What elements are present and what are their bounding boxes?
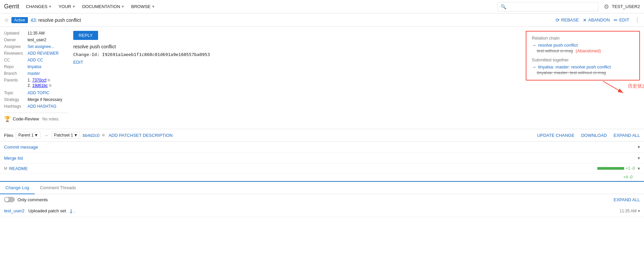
- add-topic-button[interactable]: ADD TOPIC: [28, 91, 49, 95]
- add-hashtag-button[interactable]: ADD HASHTAG: [28, 104, 56, 109]
- tab-comment-threads[interactable]: Comment Threads: [35, 182, 81, 194]
- chevron-down-icon: ▼: [121, 5, 125, 8]
- nav-item-your[interactable]: YOUR ▼: [56, 0, 78, 13]
- nav-item-documentation[interactable]: DOCUMENTATION ▼: [80, 0, 127, 13]
- add-reviewer-button[interactable]: ADD REVIEWER: [28, 51, 59, 56]
- code-review-section: 🏆 Code-Review No votes.: [4, 113, 68, 122]
- toggle-thumb: [5, 198, 9, 202]
- more-options-button[interactable]: ⋮: [635, 17, 640, 23]
- sidebar: Updated 11:35 AM Owner test_user2 Assign…: [4, 31, 68, 122]
- star-icon[interactable]: ☆: [4, 17, 9, 23]
- gear-icon[interactable]: ⚙: [604, 3, 609, 10]
- nav-item-changes[interactable]: CHANGES ▼: [23, 0, 54, 13]
- update-change-button[interactable]: UPDATE CHANGE: [537, 133, 574, 138]
- change-number-link[interactable]: 43: [31, 17, 36, 23]
- submitted-item-1: → tinyalsa: master: resolve push conflic…: [532, 64, 634, 69]
- copy-icon[interactable]: ⧉: [49, 84, 51, 88]
- meta-topic: Topic ADD TOPIC: [4, 91, 68, 95]
- patchset-select[interactable]: Patchset 1 ▼: [52, 132, 80, 139]
- relation-item-1: → resolve push conflict: [532, 43, 634, 48]
- annotation-arrow-svg: [600, 78, 627, 95]
- commit-hash-link[interactable]: bb4d2c0: [83, 133, 99, 138]
- commit-message-text: resolve push conflict: [73, 44, 514, 49]
- reply-button[interactable]: REPLY: [73, 31, 98, 40]
- log-action-text: Uploaded patch set: [28, 208, 66, 213]
- chevron-down-icon: ▼: [74, 133, 78, 138]
- add-cc-button[interactable]: ADD CC: [28, 58, 43, 62]
- relation-link-1[interactable]: resolve push conflict: [538, 43, 578, 48]
- meta-branch: Branch master: [4, 71, 68, 76]
- commit-message-link[interactable]: Commit message: [4, 145, 38, 150]
- app-logo: Gerrit: [4, 3, 19, 10]
- parent-1: 1. 7370ccf ⧉: [28, 78, 51, 83]
- total-diff-row: +4 -0: [0, 173, 644, 181]
- files-section: Files Parent 1 ▼ → Patchset 1 ▼ bb4d2c0 …: [0, 129, 644, 181]
- nav-item-browse[interactable]: BROWSE ▼: [128, 0, 158, 13]
- bottom-tabs: Change Log Comment Threads: [0, 182, 644, 194]
- parent-2-link[interactable]: 19d61bc: [32, 83, 48, 88]
- chevron-down-icon: ▼: [72, 5, 76, 8]
- log-user[interactable]: test_user2: [4, 208, 25, 213]
- parent-select[interactable]: Parent 1 ▼: [16, 132, 40, 139]
- merge-list-row[interactable]: Merge list ▾: [0, 153, 644, 164]
- download-button[interactable]: DOWNLOAD: [581, 133, 607, 138]
- chevron-down-icon: ▾: [638, 155, 640, 161]
- repo-link[interactable]: tinyalsa: [28, 64, 41, 69]
- log-entry-0: test_user2 Uploaded patch set 1 . 11:35 …: [0, 205, 644, 217]
- toggle-track[interactable]: [4, 197, 15, 202]
- relation-chain-box: Relation chain → resolve push conflict t…: [526, 31, 640, 81]
- copy-hash-icon[interactable]: ⧉: [102, 133, 104, 137]
- chevron-down-icon: ▼: [34, 133, 38, 138]
- file-diff-bar: +1 -0: [597, 166, 635, 171]
- chevron-down-icon: ▾: [638, 144, 640, 150]
- expand-all-button[interactable]: EXPAND ALL: [613, 133, 640, 138]
- chevron-down-icon[interactable]: ▾: [638, 166, 640, 171]
- relation-item-2: test without ci-msg (Abandoned): [532, 48, 634, 53]
- file-type-badge: M: [4, 166, 7, 170]
- user-section: ⚙ TEST_USER2: [604, 3, 640, 10]
- meta-assignee: Assignee Set assignee...: [4, 44, 68, 49]
- add-patchset-description-button[interactable]: ADD PATCHSET DESCRIPTION: [109, 133, 173, 138]
- diff-added-count: +1 -0: [626, 166, 635, 171]
- parent-2: 2. 19d61bc ⧉: [28, 83, 51, 88]
- meta-updated: Updated 11:35 AM: [4, 31, 68, 36]
- action-buttons: ⟳ REBASE ✕ ABANDON ✏ EDIT ⋮: [556, 17, 640, 23]
- edit-link[interactable]: EDIT: [73, 60, 83, 65]
- only-comments-toggle[interactable]: Only comments: [4, 197, 48, 202]
- center-content: REPLY resolve push conflict Change-Id: I…: [73, 31, 514, 122]
- search-icon: 🔍: [501, 4, 506, 9]
- meta-owner: Owner test_user2: [4, 38, 68, 42]
- file-name-link[interactable]: README: [9, 166, 597, 171]
- bottom-tab-toolbar: Only comments EXPAND ALL: [0, 194, 644, 205]
- chevron-down-icon[interactable]: ▾: [638, 209, 640, 213]
- file-row-readme: M README +1 -0 ▾: [0, 164, 644, 173]
- breadcrumb: ☆ Active 43: resolve push conflict ⟳ REB…: [0, 13, 644, 27]
- tab-change-log[interactable]: Change Log: [0, 182, 35, 194]
- search-box[interactable]: 🔍: [498, 2, 598, 11]
- abandon-button[interactable]: ✕ ABANDON: [583, 17, 610, 23]
- search-input[interactable]: [508, 4, 595, 9]
- branch-link[interactable]: master: [28, 71, 40, 76]
- rebase-button[interactable]: ⟳ REBASE: [556, 17, 579, 23]
- patch-set-link[interactable]: 1: [70, 208, 72, 213]
- relation-chain-section: Relation chain → resolve push conflict t…: [532, 36, 634, 53]
- submitted-together-section: Submitted together → tinyalsa: master: r…: [532, 57, 634, 75]
- merge-list-link[interactable]: Merge list: [4, 156, 23, 161]
- historical-label: 历史状态: [628, 83, 644, 89]
- bottom-section: Change Log Comment Threads Only comments…: [0, 181, 644, 217]
- svg-line-1: [603, 81, 623, 93]
- code-review-header: 🏆 Code-Review No votes.: [4, 116, 68, 122]
- parent-1-link[interactable]: 7370ccf: [32, 78, 46, 83]
- top-navigation: Gerrit CHANGES ▼ YOUR ▼ DOCUMENTATION ▼ …: [0, 0, 644, 13]
- abandon-icon: ✕: [583, 17, 587, 23]
- total-diff-count: +4 -0: [623, 175, 633, 179]
- copy-icon[interactable]: ⧉: [48, 78, 50, 82]
- commit-message-row[interactable]: Commit message ▾: [0, 142, 644, 153]
- expand-all-log-button[interactable]: EXPAND ALL: [613, 197, 640, 202]
- user-name[interactable]: TEST_USER2: [612, 4, 640, 9]
- submitted-link-1[interactable]: tinyalsa: master: resolve push conflict: [538, 64, 611, 69]
- edit-button[interactable]: ✏ EDIT: [614, 17, 629, 23]
- parents-list: 1. 7370ccf ⧉ 2. 19d61bc ⧉: [28, 78, 51, 89]
- set-assignee-link[interactable]: Set assignee...: [28, 44, 54, 49]
- relation-area: Relation chain → resolve push conflict t…: [519, 31, 640, 122]
